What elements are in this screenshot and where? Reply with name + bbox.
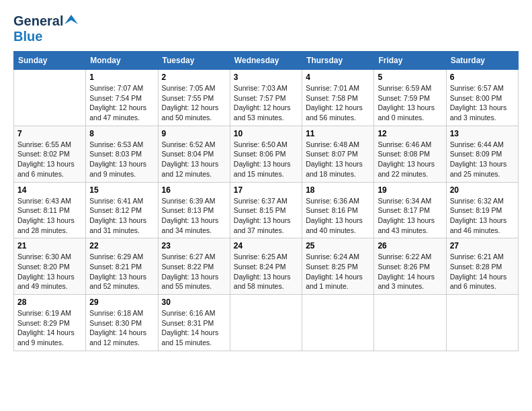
calendar-week-5: 28Sunrise: 6:19 AM Sunset: 8:29 PM Dayli… [14, 295, 519, 351]
day-number: 24 [234, 241, 298, 250]
day-info: Sunrise: 6:16 AM Sunset: 8:31 PM Dayligh… [162, 308, 226, 348]
day-number: 10 [234, 129, 298, 138]
day-number: 19 [378, 185, 442, 195]
calendar-cell: 12Sunrise: 6:46 AM Sunset: 8:08 PM Dayli… [374, 126, 446, 182]
day-info: Sunrise: 7:01 AM Sunset: 7:58 PM Dayligh… [306, 83, 370, 123]
day-number: 14 [17, 185, 82, 195]
day-number: 17 [234, 185, 298, 195]
header-saturday: Saturday [446, 52, 518, 70]
calendar-cell: 3Sunrise: 7:03 AM Sunset: 7:57 PM Daylig… [230, 70, 302, 126]
day-number: 13 [450, 129, 515, 138]
day-info: Sunrise: 6:50 AM Sunset: 8:06 PM Dayligh… [234, 140, 298, 179]
day-info: Sunrise: 6:43 AM Sunset: 8:11 PM Dayligh… [17, 196, 82, 236]
calendar-cell: 19Sunrise: 6:34 AM Sunset: 8:17 PM Dayli… [374, 182, 446, 238]
day-info: Sunrise: 6:27 AM Sunset: 8:22 PM Dayligh… [162, 252, 226, 291]
day-number: 23 [162, 241, 226, 250]
calendar-cell [374, 295, 446, 351]
day-info: Sunrise: 6:36 AM Sunset: 8:16 PM Dayligh… [306, 196, 370, 236]
day-info: Sunrise: 6:21 AM Sunset: 8:28 PM Dayligh… [450, 252, 515, 291]
day-number: 9 [162, 129, 226, 138]
day-number: 1 [89, 73, 154, 82]
header-sunday: Sunday [14, 52, 86, 70]
day-info: Sunrise: 6:18 AM Sunset: 8:30 PM Dayligh… [89, 308, 154, 348]
calendar-cell: 27Sunrise: 6:21 AM Sunset: 8:28 PM Dayli… [446, 238, 518, 295]
day-info: Sunrise: 6:22 AM Sunset: 8:26 PM Dayligh… [378, 252, 442, 291]
calendar-cell: 9Sunrise: 6:52 AM Sunset: 8:04 PM Daylig… [158, 126, 230, 182]
calendar-cell: 18Sunrise: 6:36 AM Sunset: 8:16 PM Dayli… [302, 182, 374, 238]
calendar-cell: 8Sunrise: 6:53 AM Sunset: 8:03 PM Daylig… [86, 126, 158, 182]
day-number: 5 [378, 73, 442, 82]
day-info: Sunrise: 6:57 AM Sunset: 8:00 PM Dayligh… [450, 83, 515, 123]
calendar-week-1: 1Sunrise: 7:07 AM Sunset: 7:54 PM Daylig… [14, 70, 519, 126]
calendar-cell: 30Sunrise: 6:16 AM Sunset: 8:31 PM Dayli… [158, 295, 230, 351]
day-number: 26 [378, 241, 442, 250]
calendar-cell: 25Sunrise: 6:24 AM Sunset: 8:25 PM Dayli… [302, 238, 374, 295]
calendar-cell: 24Sunrise: 6:25 AM Sunset: 8:24 PM Dayli… [230, 238, 302, 295]
day-number: 21 [17, 241, 82, 250]
day-info: Sunrise: 6:41 AM Sunset: 8:12 PM Dayligh… [89, 196, 154, 236]
day-number: 27 [450, 241, 515, 250]
logo-text: General Blue [13, 13, 78, 44]
calendar-week-3: 14Sunrise: 6:43 AM Sunset: 8:11 PM Dayli… [14, 182, 519, 238]
day-number: 30 [162, 298, 226, 307]
day-number: 16 [162, 185, 226, 195]
day-info: Sunrise: 6:52 AM Sunset: 8:04 PM Dayligh… [162, 140, 226, 179]
svg-marker-0 [64, 15, 78, 24]
calendar-cell: 10Sunrise: 6:50 AM Sunset: 8:06 PM Dayli… [230, 126, 302, 182]
calendar-cell: 26Sunrise: 6:22 AM Sunset: 8:26 PM Dayli… [374, 238, 446, 295]
day-number: 7 [17, 129, 82, 138]
day-info: Sunrise: 6:44 AM Sunset: 8:09 PM Dayligh… [450, 140, 515, 179]
day-number: 4 [306, 73, 370, 82]
day-info: Sunrise: 6:37 AM Sunset: 8:15 PM Dayligh… [234, 196, 298, 236]
day-number: 25 [306, 241, 370, 250]
day-info: Sunrise: 6:53 AM Sunset: 8:03 PM Dayligh… [89, 140, 154, 179]
header-monday: Monday [86, 52, 158, 70]
calendar-cell: 4Sunrise: 7:01 AM Sunset: 7:58 PM Daylig… [302, 70, 374, 126]
day-info: Sunrise: 6:32 AM Sunset: 8:19 PM Dayligh… [450, 196, 515, 236]
day-info: Sunrise: 6:55 AM Sunset: 8:02 PM Dayligh… [17, 140, 82, 179]
calendar-cell: 28Sunrise: 6:19 AM Sunset: 8:29 PM Dayli… [14, 295, 86, 351]
calendar-cell: 14Sunrise: 6:43 AM Sunset: 8:11 PM Dayli… [14, 182, 86, 238]
day-number: 6 [450, 73, 515, 82]
calendar-cell [302, 295, 374, 351]
calendar-cell: 11Sunrise: 6:48 AM Sunset: 8:07 PM Dayli… [302, 126, 374, 182]
calendar-cell: 20Sunrise: 6:32 AM Sunset: 8:19 PM Dayli… [446, 182, 518, 238]
day-info: Sunrise: 6:59 AM Sunset: 7:59 PM Dayligh… [378, 83, 442, 123]
day-info: Sunrise: 7:05 AM Sunset: 7:55 PM Dayligh… [162, 83, 226, 123]
day-info: Sunrise: 7:03 AM Sunset: 7:57 PM Dayligh… [234, 83, 298, 123]
calendar-cell: 23Sunrise: 6:27 AM Sunset: 8:22 PM Dayli… [158, 238, 230, 295]
header-wednesday: Wednesday [230, 52, 302, 70]
calendar-cell: 13Sunrise: 6:44 AM Sunset: 8:09 PM Dayli… [446, 126, 518, 182]
calendar-cell: 21Sunrise: 6:30 AM Sunset: 8:20 PM Dayli… [14, 238, 86, 295]
day-info: Sunrise: 6:24 AM Sunset: 8:25 PM Dayligh… [306, 252, 370, 291]
day-number: 3 [234, 73, 298, 82]
calendar-cell: 5Sunrise: 6:59 AM Sunset: 7:59 PM Daylig… [374, 70, 446, 126]
day-number: 12 [378, 129, 442, 138]
day-info: Sunrise: 6:19 AM Sunset: 8:29 PM Dayligh… [17, 308, 82, 348]
day-number: 8 [89, 129, 154, 138]
calendar-cell: 15Sunrise: 6:41 AM Sunset: 8:12 PM Dayli… [86, 182, 158, 238]
day-info: Sunrise: 6:34 AM Sunset: 8:17 PM Dayligh… [378, 196, 442, 236]
calendar-header-row: SundayMondayTuesdayWednesdayThursdayFrid… [14, 52, 519, 70]
calendar-week-4: 21Sunrise: 6:30 AM Sunset: 8:20 PM Dayli… [14, 238, 519, 295]
day-info: Sunrise: 6:39 AM Sunset: 8:13 PM Dayligh… [162, 196, 226, 236]
day-info: Sunrise: 6:25 AM Sunset: 8:24 PM Dayligh… [234, 252, 298, 291]
calendar-cell: 7Sunrise: 6:55 AM Sunset: 8:02 PM Daylig… [14, 126, 86, 182]
day-number: 28 [17, 298, 82, 307]
logo: General Blue [13, 13, 78, 44]
day-info: Sunrise: 6:46 AM Sunset: 8:08 PM Dayligh… [378, 140, 442, 179]
day-number: 29 [89, 298, 154, 307]
calendar-week-2: 7Sunrise: 6:55 AM Sunset: 8:02 PM Daylig… [14, 126, 519, 182]
day-number: 2 [162, 73, 226, 82]
day-info: Sunrise: 7:07 AM Sunset: 7:54 PM Dayligh… [89, 83, 154, 123]
day-info: Sunrise: 6:29 AM Sunset: 8:21 PM Dayligh… [89, 252, 154, 291]
day-info: Sunrise: 6:30 AM Sunset: 8:20 PM Dayligh… [17, 252, 82, 291]
day-number: 18 [306, 185, 370, 195]
header-tuesday: Tuesday [158, 52, 230, 70]
calendar-cell: 29Sunrise: 6:18 AM Sunset: 8:30 PM Dayli… [86, 295, 158, 351]
calendar-table: SundayMondayTuesdayWednesdayThursdayFrid… [13, 51, 519, 351]
calendar-cell: 6Sunrise: 6:57 AM Sunset: 8:00 PM Daylig… [446, 70, 518, 126]
calendar-cell: 2Sunrise: 7:05 AM Sunset: 7:55 PM Daylig… [158, 70, 230, 126]
calendar-cell: 17Sunrise: 6:37 AM Sunset: 8:15 PM Dayli… [230, 182, 302, 238]
bird-icon [64, 15, 78, 24]
